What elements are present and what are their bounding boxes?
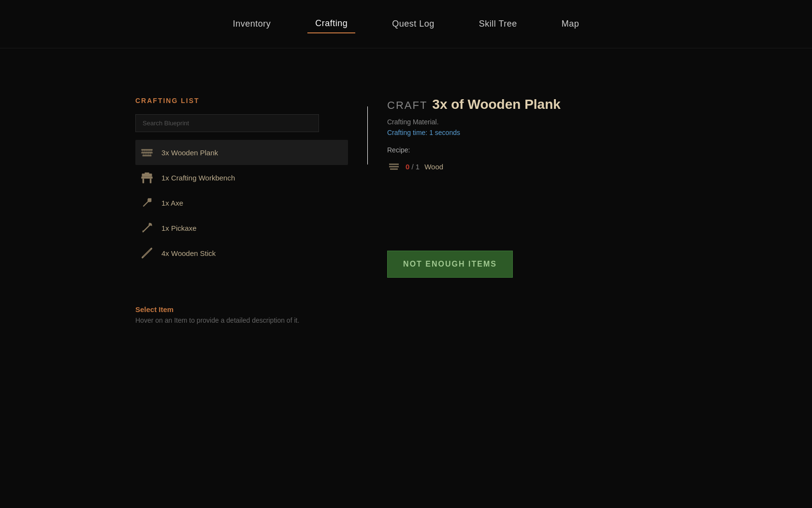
crafting-items-list: 3x Wooden Plank 1x Crafting Workbench xyxy=(135,140,348,266)
axe-label: 1x Axe xyxy=(161,199,183,207)
recipe-label: Recipe: xyxy=(387,146,677,154)
craft-button[interactable]: NOT ENOUGH ITEMS xyxy=(387,251,513,278)
svg-rect-4 xyxy=(145,173,149,175)
craft-time: Crafting time: 1 seconds xyxy=(387,129,677,136)
svg-rect-1 xyxy=(143,179,145,183)
wooden-stick-label: 4x Wooden Stick xyxy=(161,249,216,257)
wooden-stick-icon xyxy=(139,245,155,261)
right-panel: CRAFT 3x of Wooden Plank Crafting Materi… xyxy=(387,97,677,278)
craft-description: Crafting Material. xyxy=(387,118,677,126)
nav-skill-tree[interactable]: Skill Tree xyxy=(471,15,525,33)
craft-header: CRAFT 3x of Wooden Plank xyxy=(387,97,677,112)
search-blueprint-input[interactable] xyxy=(135,114,319,132)
svg-rect-0 xyxy=(141,177,152,179)
wood-ingredient-icon xyxy=(387,160,401,173)
pickaxe-icon xyxy=(139,220,155,236)
wooden-plank-icon xyxy=(139,145,155,160)
pickaxe-label: 1x Pickaxe xyxy=(161,224,197,232)
wooden-plank-label: 3x Wooden Plank xyxy=(161,149,218,157)
crafting-item-pickaxe[interactable]: 1x Pickaxe xyxy=(135,215,348,240)
recipe-ingredient-wood: 0 / 1 Wood xyxy=(387,160,677,173)
axe-icon xyxy=(139,195,155,210)
nav-crafting[interactable]: Crafting xyxy=(307,15,355,33)
nav-map[interactable]: Map xyxy=(554,15,587,33)
main-nav: Inventory Crafting Quest Log Skill Tree … xyxy=(0,0,812,48)
recipe-need: 1 xyxy=(416,163,420,171)
select-item-label: Select Item xyxy=(135,305,299,314)
crafting-item-wooden-stick[interactable]: 4x Wooden Stick xyxy=(135,240,348,266)
recipe-count: 0 / 1 xyxy=(406,163,420,171)
recipe-have: 0 xyxy=(406,163,409,171)
svg-rect-2 xyxy=(150,179,152,183)
crafting-workbench-icon xyxy=(139,170,155,185)
nav-inventory[interactable]: Inventory xyxy=(225,15,279,33)
left-panel: CRAFTING LIST 3x Wooden Plank xyxy=(135,97,348,278)
crafting-item-wooden-plank[interactable]: 3x Wooden Plank xyxy=(135,140,348,165)
crafting-list-title: CRAFTING LIST xyxy=(135,97,348,105)
crafting-item-workbench[interactable]: 1x Crafting Workbench xyxy=(135,165,348,190)
crafting-workbench-label: 1x Crafting Workbench xyxy=(161,174,235,182)
select-item-hint: Hover on an Item to provide a detailed d… xyxy=(135,316,299,324)
nav-quest-log[interactable]: Quest Log xyxy=(384,15,442,33)
panel-divider xyxy=(367,106,368,164)
craft-item-name: 3x of Wooden Plank xyxy=(432,97,561,112)
craft-keyword: CRAFT xyxy=(387,99,427,112)
main-content: CRAFTING LIST 3x Wooden Plank xyxy=(0,48,812,278)
crafting-item-axe[interactable]: 1x Axe xyxy=(135,190,348,215)
bottom-info: Select Item Hover on an Item to provide … xyxy=(135,305,299,324)
recipe-material-name: Wood xyxy=(424,163,443,171)
